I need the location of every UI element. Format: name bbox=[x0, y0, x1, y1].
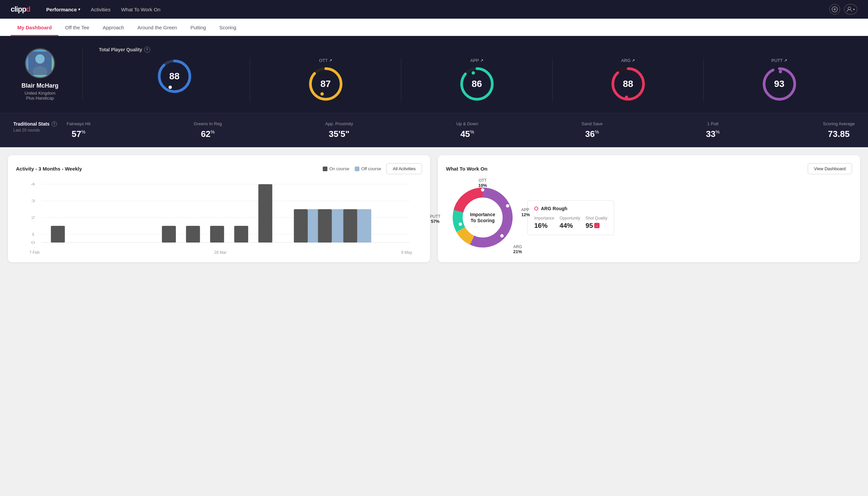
legend-off-course-dot bbox=[355, 167, 359, 171]
divider bbox=[83, 48, 83, 101]
svg-point-13 bbox=[472, 71, 475, 75]
score-tpq-value: 88 bbox=[169, 71, 179, 82]
legend-on-course: On course bbox=[323, 166, 349, 171]
activity-card: Activity - 3 Months - Weekly On course O… bbox=[8, 155, 430, 262]
svg-rect-31 bbox=[162, 226, 176, 243]
nav-activities[interactable]: Activities bbox=[91, 4, 111, 15]
tab-putting[interactable]: Putting bbox=[184, 19, 213, 36]
scores-area: 88 OTT ↗ 87 bbox=[99, 58, 855, 102]
donut-center-text: Importance To Scoring bbox=[470, 212, 495, 223]
svg-point-7 bbox=[169, 86, 172, 89]
info-card: ARG Rough Importance 16% Opportunity 44% bbox=[527, 200, 614, 235]
metric-shot-quality: Shot Quality 95 ↓ bbox=[586, 216, 607, 230]
score-arg: ARG ↗ 88 bbox=[553, 58, 704, 102]
bottom-section: Activity - 3 Months - Weekly On course O… bbox=[0, 147, 868, 270]
svg-point-19 bbox=[779, 70, 782, 73]
player-name: Blair McHarg bbox=[21, 82, 58, 89]
arg-rough-dot bbox=[534, 206, 538, 211]
svg-point-47 bbox=[481, 188, 484, 191]
work-on-body: Importance To Scoring OTT 10% APP 12% AR… bbox=[446, 181, 852, 254]
stat-greens-reg: Greens In Reg 62% bbox=[194, 121, 222, 139]
x-label-feb: 7 Feb bbox=[29, 250, 40, 255]
user-icon-button[interactable]: ▾ bbox=[844, 4, 857, 15]
svg-rect-34 bbox=[234, 226, 248, 243]
svg-text:2: 2 bbox=[31, 216, 35, 219]
activity-card-title: Activity - 3 Months - Weekly bbox=[16, 166, 82, 172]
tab-around-the-green[interactable]: Around the Green bbox=[130, 19, 184, 36]
work-on-title: What To Work On bbox=[446, 166, 487, 172]
svg-rect-41 bbox=[358, 209, 372, 243]
tab-scoring[interactable]: Scoring bbox=[212, 19, 243, 36]
all-activities-button[interactable]: All Activities bbox=[386, 163, 422, 174]
svg-rect-32 bbox=[186, 226, 200, 243]
tab-off-the-tee[interactable]: Off the Tee bbox=[58, 19, 96, 36]
tab-approach[interactable]: Approach bbox=[96, 19, 130, 36]
ott-label: OTT ↗ bbox=[319, 58, 332, 63]
label-putt: PUTT 57% bbox=[430, 214, 440, 224]
app-label: APP ↗ bbox=[470, 58, 483, 63]
svg-text:4: 4 bbox=[31, 182, 35, 186]
info-card-title: ARG Rough bbox=[534, 206, 607, 211]
stat-scoring-avg: Scoring Average 73.85 bbox=[823, 121, 855, 139]
score-putt-value: 93 bbox=[774, 79, 784, 89]
logo: clippd bbox=[11, 5, 30, 14]
score-ott-value: 87 bbox=[320, 79, 331, 89]
avatar bbox=[25, 48, 55, 78]
nav-performance[interactable]: Performance ▾ bbox=[46, 4, 80, 15]
svg-rect-30 bbox=[51, 226, 65, 243]
score-app: APP ↗ 86 bbox=[401, 58, 553, 102]
label-ott: OTT 10% bbox=[478, 178, 487, 188]
gauge-ott: 87 bbox=[307, 66, 344, 102]
stats-row: Traditional Stats ? Last 20 rounds Fairw… bbox=[0, 113, 868, 147]
view-dashboard-button[interactable]: View Dashboard bbox=[808, 163, 852, 174]
x-label-may: 9 May bbox=[401, 250, 412, 255]
bar-chart: 4 3 2 1 0 bbox=[16, 181, 422, 254]
score-tpq: 88 bbox=[99, 58, 250, 102]
svg-rect-40 bbox=[343, 209, 358, 243]
svg-rect-36 bbox=[294, 209, 308, 243]
info-icon: ? bbox=[144, 47, 150, 52]
player-info: Blair McHarg United Kingdom Plus Handica… bbox=[13, 48, 67, 100]
stat-app-proximity: App. Proximity 35'5" bbox=[325, 121, 353, 139]
putt-label: PUTT ↗ bbox=[771, 58, 787, 63]
stat-up-down: Up & Down 45% bbox=[456, 121, 478, 139]
score-app-value: 86 bbox=[472, 79, 482, 89]
stats-label-col: Traditional Stats ? Last 20 rounds bbox=[13, 121, 67, 133]
player-country: United Kingdom bbox=[25, 91, 56, 96]
svg-point-48 bbox=[506, 204, 509, 207]
user-chevron-icon: ▾ bbox=[853, 7, 855, 12]
add-icon-button[interactable] bbox=[830, 4, 840, 15]
arg-label: ARG ↗ bbox=[621, 58, 635, 63]
x-label-mar: 28 Mar bbox=[214, 250, 226, 255]
work-on-card: What To Work On View Dashboard bbox=[438, 155, 860, 262]
svg-point-10 bbox=[320, 92, 324, 96]
logo-text: clipp bbox=[11, 5, 26, 13]
tab-my-dashboard[interactable]: My Dashboard bbox=[11, 19, 58, 36]
score-ott: OTT ↗ 87 bbox=[250, 58, 401, 102]
info-metrics: Importance 16% Opportunity 44% Shot Qual… bbox=[534, 216, 607, 230]
nav-what-to-work-on[interactable]: What To Work On bbox=[121, 4, 160, 15]
arrow-up-icon-arg: ↗ bbox=[632, 58, 635, 63]
chevron-down-icon: ▾ bbox=[78, 7, 80, 12]
metric-importance: Importance 16% bbox=[534, 216, 554, 230]
gauge-app: 86 bbox=[459, 66, 495, 102]
svg-rect-33 bbox=[210, 226, 224, 243]
gauge-putt: 93 bbox=[761, 66, 798, 102]
donut-container: Importance To Scoring OTT 10% APP 12% AR… bbox=[446, 181, 519, 254]
legend-on-course-dot bbox=[323, 167, 327, 171]
label-arg: ARG 21% bbox=[513, 245, 522, 254]
stat-fairways-hit: Fairways Hit 57% bbox=[67, 121, 91, 139]
work-on-header: What To Work On View Dashboard bbox=[446, 163, 852, 174]
svg-point-49 bbox=[500, 234, 504, 237]
svg-rect-38 bbox=[318, 209, 332, 243]
gauge-tpq: 88 bbox=[156, 58, 193, 95]
top-nav: clippd Performance ▾ Activities What To … bbox=[0, 0, 868, 19]
chart-legend: On course Off course bbox=[323, 166, 381, 171]
stat-items: Fairways Hit 57% Greens In Reg 62% App. … bbox=[67, 121, 855, 139]
activity-card-header: Activity - 3 Months - Weekly On course O… bbox=[16, 163, 422, 174]
logo-d: d bbox=[26, 5, 30, 13]
label-app: APP 12% bbox=[521, 207, 530, 217]
player-handicap: Plus Handicap bbox=[26, 96, 54, 100]
score-putt: PUTT ↗ 93 bbox=[704, 58, 855, 102]
arrow-up-icon-app: ↗ bbox=[480, 58, 483, 63]
